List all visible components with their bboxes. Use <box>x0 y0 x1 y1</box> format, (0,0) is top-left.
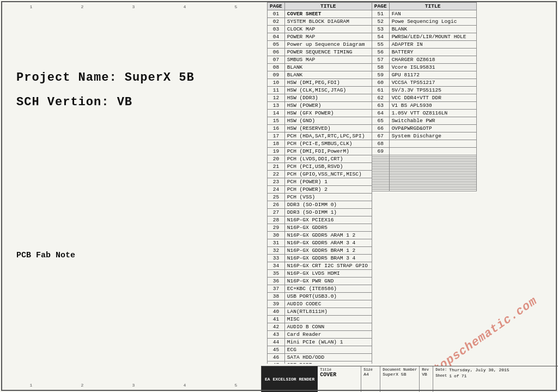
title-cell: N16P-GX GDDR5 BRAM 1 2 <box>284 247 372 255</box>
border-num-1: 1 <box>30 4 33 9</box>
sheet-value: 1 <box>449 373 452 378</box>
border-num-4: 4 <box>184 4 186 9</box>
table-row: 27DDR3 (SO-DIMM 1) <box>268 209 372 216</box>
page-cell: 18 <box>268 140 285 148</box>
page-cell: 11 <box>268 87 285 94</box>
table-row: 05Power up Sequence Diagram <box>268 41 372 49</box>
page-cell: 66 <box>372 125 389 132</box>
table-row: 56BATTERY <box>372 49 476 56</box>
table-row: 31N16P-GX GDDR5 ARAM 3 4 <box>268 239 372 247</box>
left-panel: 1 2 3 4 5 Project Name: SuperX 5B SCH Ve… <box>0 0 267 392</box>
of-value: 71 <box>462 373 467 378</box>
right-panel: PAGE TITLE 01COVER SHEET02SYSTEM BLOCK D… <box>267 0 558 392</box>
date-label: Date: <box>435 367 447 372</box>
doc-num-cell: Document Number SuperX 5B <box>380 366 420 392</box>
sheet-label: Sheet <box>435 373 447 378</box>
table-row: 12HSW (DDR3) <box>268 94 372 102</box>
table-row: 51FAN <box>372 10 476 18</box>
page-cell: 62 <box>372 94 389 102</box>
page-cell: 10 <box>268 79 285 87</box>
rev-value: VB <box>422 372 430 377</box>
sch-version-label: SCH Vertion: <box>16 95 109 109</box>
table-row: 54PWRSW/LED/LIR/MOUNT HOLE <box>372 33 476 41</box>
table-row: 23PCH (POWER) 1 <box>268 178 372 186</box>
left-table-wrap: PAGE TITLE 01COVER SHEET02SYSTEM BLOCK D… <box>267 2 372 364</box>
title-cell: DDR3 (SO-DIMM 1) <box>284 209 372 216</box>
table-row: 40LAN(RTL8111H) <box>268 308 372 316</box>
title-cell: N16P-GX GDDR5 ARAM 3 4 <box>284 239 372 247</box>
title-cell: Power up Sequence Diagram <box>284 41 372 49</box>
page-cell: 63 <box>372 102 389 110</box>
table-row: 25PCH (VSS) <box>268 194 372 201</box>
table-row: 41MISC <box>268 316 372 323</box>
title-cell: VCC DDR4+VTT DDR <box>389 94 476 102</box>
border-num-b5: 5 <box>235 383 238 388</box>
table-row: 55ADAPTER IN <box>372 41 476 49</box>
table-row: 68 <box>372 140 476 148</box>
table-row: 37EC+KBC (ITE8586) <box>268 285 372 293</box>
page-cell: 23 <box>268 178 285 186</box>
border-num-b4: 4 <box>184 383 186 388</box>
table-row: 02SYSTEM BLOCK DIAGRAM <box>268 18 372 26</box>
table-row: 26DDR3 (SO-DIMM 0) <box>268 201 372 209</box>
title-label: Title <box>320 367 359 372</box>
page-cell: 53 <box>372 26 389 33</box>
page-cell: 46 <box>268 354 285 361</box>
table-row: 03CLOCK MAP <box>268 26 372 33</box>
rev-cell: Rev VB <box>420 366 433 392</box>
table-row: 57CHARGER OZ8618 <box>372 56 476 64</box>
page-cell: 03 <box>268 26 285 33</box>
title-cell: CHARGER OZ8618 <box>389 56 476 64</box>
table-row: 69 <box>372 148 476 155</box>
page-cell: 22 <box>268 171 285 178</box>
title-cell: HSW (CLK,MISC,JTAG) <box>284 87 372 94</box>
page-cell: 32 <box>268 247 285 255</box>
title-cell: Card Reader <box>284 331 372 339</box>
project-name-value: SuperX 5B <box>125 71 195 85</box>
table-row: 22PCH (GPIO,VSS_NCTF,MISC) <box>268 171 372 178</box>
table-row: 09BLANK <box>268 71 372 79</box>
title-cell: PCH (PCI,USB,RSVD) <box>284 163 372 171</box>
page-cell: 54 <box>372 33 389 41</box>
table-row: 19PCH (DMI,FDI,PowerM) <box>268 148 372 155</box>
title-cell: AUDIO CODEC <box>284 300 372 308</box>
size-value: A4 <box>363 372 378 377</box>
table-row: 58Vcore ISL95831 <box>372 64 476 71</box>
doc-num-value: SuperX 5B <box>383 372 417 377</box>
of-label: of <box>454 373 459 378</box>
page-cell: 39 <box>268 300 285 308</box>
table-row: 01COVER SHEET <box>268 10 372 18</box>
table-row: 13HSW (POWER) <box>268 102 372 110</box>
title-cell: SYSTEM BLOCK DIAGRAM <box>284 18 372 26</box>
title-cell: BLANK <box>284 64 372 71</box>
title-cell <box>389 148 476 155</box>
table-row: 65Switchable PWR <box>372 117 476 125</box>
table-row: 17PCH (HDA,SAT,RTC,LPC,SPI) <box>268 132 372 140</box>
table-row: 66OVP&PWRGD&OTP <box>372 125 476 132</box>
table-row: 46SATA HDD/ODD <box>268 354 372 361</box>
table-row: 43Card Reader <box>268 331 372 339</box>
table-row: 67System Discharge <box>372 132 476 140</box>
page-cell: 42 <box>268 323 285 331</box>
page-cell: 29 <box>268 224 285 232</box>
table-row: 18PCH (PCI-E,SMBUS,CLK) <box>268 140 372 148</box>
page-cell <box>372 190 389 191</box>
title-cell: BLANK <box>389 26 476 33</box>
title-cell: SMBUS MAP <box>284 56 372 64</box>
page-cell: 41 <box>268 316 285 323</box>
title-cell: N16P-GX GDDR5 <box>284 224 372 232</box>
title-cell: N16P-GX CRT I2C STRAP GPIO <box>284 262 372 270</box>
title-cell: ADAPTER IN <box>389 41 476 49</box>
page-cell: 05 <box>268 41 285 49</box>
title-cell: Mini PCIe (WLAN) 1 <box>284 339 372 346</box>
page-table-right: PAGE TITLE 51FAN52Powe Sequencing Logic5… <box>372 2 477 191</box>
title-cell: N16P-GX PWR GND <box>284 278 372 285</box>
title-cell: ECG <box>284 346 372 354</box>
table-row: 42AUDIO B CONN <box>268 323 372 331</box>
title-cell: BATTERY <box>389 49 476 56</box>
title-cell: CRT PORT <box>284 361 372 364</box>
page-cell: 27 <box>268 209 285 216</box>
title-cell: PCH (VSS) <box>284 194 372 201</box>
page-cell: 33 <box>268 255 285 262</box>
page-cell: 61 <box>372 87 389 94</box>
